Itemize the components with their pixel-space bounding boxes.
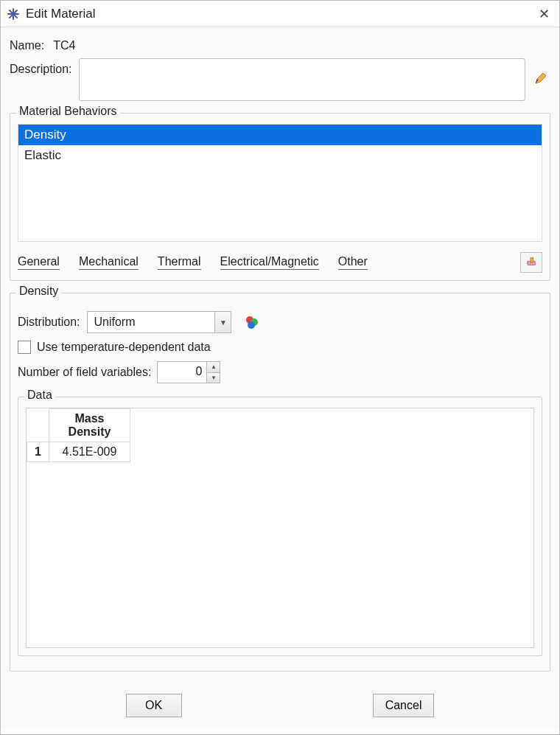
menu-general[interactable]: General (18, 255, 60, 270)
mass-density-cell[interactable]: 4.51E-009 (49, 442, 130, 462)
behavior-item-density[interactable]: Density (18, 125, 542, 145)
window-title: Edit Material (26, 7, 534, 21)
data-group: Data Mass Density 1 4.51E-009 (18, 397, 542, 656)
density-group: Density Distribution: Uniform ▼ (10, 293, 550, 672)
spinner-down-icon[interactable]: ▼ (207, 372, 220, 383)
data-table[interactable]: Mass Density 1 4.51E-009 (26, 408, 534, 648)
chevron-down-icon[interactable]: ▼ (214, 312, 231, 332)
behavior-list[interactable]: Density Elastic (18, 124, 542, 242)
temperature-dependent-label: Use temperature-dependent data (37, 341, 211, 354)
menu-mechanical[interactable]: Mechanical (79, 255, 139, 270)
temperature-dependent-row: Use temperature-dependent data (18, 341, 542, 354)
title-bar: Edit Material ✕ (1, 1, 559, 27)
distribution-combo[interactable]: Uniform ▼ (87, 311, 231, 333)
distribution-field-icon[interactable] (245, 315, 259, 330)
material-behaviors-legend: Material Behaviors (16, 105, 120, 118)
table-row[interactable]: 1 4.51E-009 (27, 442, 130, 462)
data-header-mass-density: Mass Density (49, 409, 130, 442)
app-icon (7, 7, 20, 21)
cancel-button[interactable]: Cancel (373, 694, 435, 717)
svg-point-10 (248, 321, 255, 329)
field-variables-spinner[interactable]: 0 ▲ ▼ (157, 361, 220, 383)
description-label: Description: (10, 58, 71, 76)
name-row: Name: TC4 (10, 39, 550, 52)
delete-behavior-button[interactable] (520, 252, 542, 273)
ok-button[interactable]: OK (126, 694, 182, 717)
behavior-menu-bar: General Mechanical Thermal Electrical/Ma… (18, 252, 542, 273)
menu-thermal[interactable]: Thermal (158, 255, 201, 270)
close-icon[interactable]: ✕ (534, 6, 553, 22)
behavior-item-elastic[interactable]: Elastic (18, 145, 542, 166)
field-variables-label: Number of field variables: (18, 366, 151, 379)
distribution-row: Distribution: Uniform ▼ (18, 311, 542, 333)
distribution-value: Uniform (88, 316, 214, 329)
svg-rect-7 (531, 258, 533, 262)
material-behaviors-group: Material Behaviors Density Elastic Gener… (10, 113, 550, 281)
name-label: Name: (10, 39, 44, 52)
data-legend: Data (24, 389, 55, 402)
density-legend: Density (16, 285, 61, 298)
temperature-dependent-checkbox[interactable] (18, 341, 31, 354)
field-variables-row: Number of field variables: 0 ▲ ▼ (18, 361, 542, 383)
dialog-footer: OK Cancel (1, 683, 559, 728)
menu-electrical[interactable]: Electrical/Magnetic (220, 255, 319, 270)
description-input[interactable] (79, 58, 525, 101)
menu-other[interactable]: Other (338, 255, 368, 270)
svg-marker-4 (536, 73, 546, 83)
row-index: 1 (27, 442, 49, 462)
name-value: TC4 (53, 39, 75, 52)
description-row: Description: (10, 58, 550, 101)
spinner-up-icon[interactable]: ▲ (207, 362, 220, 372)
field-variables-value: 0 (158, 362, 206, 383)
edit-description-button[interactable] (531, 69, 550, 88)
distribution-label: Distribution: (18, 316, 80, 329)
